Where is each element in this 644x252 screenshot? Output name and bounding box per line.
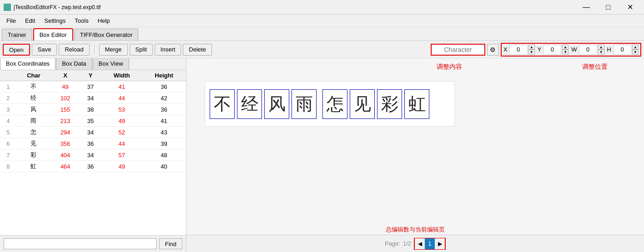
- character-input[interactable]: [431, 44, 485, 56]
- tab-box-editor[interactable]: Box Editor: [33, 28, 73, 41]
- x-spin-up[interactable]: ▲: [528, 45, 535, 50]
- h-input[interactable]: [613, 45, 631, 55]
- insert-button[interactable]: Insert: [155, 44, 181, 56]
- delete-button[interactable]: Delete: [183, 44, 212, 56]
- cell-y: 37: [80, 81, 102, 93]
- menu-file[interactable]: File: [2, 15, 20, 26]
- w-spinner: ▲ ▼: [598, 45, 604, 55]
- table-row[interactable]: 1 不 49 37 41 36: [0, 81, 186, 93]
- cell-width: 41: [101, 81, 142, 93]
- find-bar: Find: [0, 235, 186, 252]
- char-box: 经: [237, 89, 262, 119]
- tab-bar: Trainer Box Editor TIFF/Box Generator: [0, 27, 644, 41]
- table-row[interactable]: 8 虹 464 36 49 40: [0, 161, 186, 172]
- window-title: jTessBoxEditorFX - zwp.test.exp0.tif: [14, 4, 101, 10]
- cell-height: 36: [142, 81, 186, 93]
- page-total: 1/2: [403, 240, 411, 247]
- page-next-button[interactable]: ▶: [435, 238, 445, 249]
- split-button[interactable]: Split: [130, 44, 153, 56]
- menu-settings[interactable]: Settings: [40, 15, 70, 26]
- cell-char: 风: [16, 104, 51, 115]
- table-row[interactable]: 6 见 356 36 44 39: [0, 138, 186, 149]
- cell-y: 34: [80, 127, 102, 138]
- x-input[interactable]: [509, 45, 528, 55]
- tab-tiff-generator[interactable]: TIFF/Box Generator: [74, 29, 139, 41]
- coordinate-group: X ▲ ▼ Y ▲ ▼ W ▲ ▼ H ▲ ▼: [501, 43, 641, 57]
- cell-y: 35: [80, 115, 102, 127]
- image-area: 调整内容 调整位置 不经风雨怎见彩虹: [186, 58, 644, 226]
- page-current: 1: [425, 238, 435, 249]
- cell-x: 49: [51, 81, 79, 93]
- cell-y: 34: [80, 93, 102, 104]
- table-row[interactable]: 7 彩 404 34 57 48: [0, 149, 186, 161]
- h-label: H: [607, 46, 611, 53]
- h-spin-up[interactable]: ▲: [632, 45, 639, 50]
- w-spin-up[interactable]: ▲: [598, 45, 604, 50]
- cell-char: 虹: [16, 161, 51, 172]
- w-input[interactable]: [579, 45, 597, 55]
- cell-char: 不: [16, 81, 51, 93]
- table-row[interactable]: 2 经 102 34 44 42: [0, 93, 186, 104]
- cell-x: 464: [51, 161, 79, 172]
- gear-button[interactable]: ⚙: [487, 44, 499, 56]
- bottom-bar: Page: 1/2 ◀ 1 ▶: [186, 235, 644, 252]
- table-row[interactable]: 4 雨 213 35 49 41: [0, 115, 186, 127]
- cell-height: 42: [142, 93, 186, 104]
- cell-width: 53: [101, 104, 142, 115]
- close-button[interactable]: ✕: [619, 0, 640, 15]
- page-hint: 总编辑数与当前编辑页: [186, 226, 644, 234]
- table-row[interactable]: 5 怎 294 34 52 43: [0, 127, 186, 138]
- char-box: 不: [210, 89, 235, 119]
- cell-x: 155: [51, 104, 79, 115]
- cell-num: 4: [0, 115, 16, 127]
- sub-tab-bar: Box Coordinates Box Data Box View: [0, 58, 186, 70]
- title-bar: jTessBoxEditorFX - zwp.test.exp0.tif — □…: [0, 0, 644, 15]
- open-button[interactable]: Open: [3, 44, 30, 56]
- col-header-height: Height: [142, 70, 186, 81]
- menu-bar: File Edit Settings Tools Help: [0, 15, 644, 27]
- menu-edit[interactable]: Edit: [20, 15, 40, 26]
- menu-tools[interactable]: Tools: [70, 15, 93, 26]
- title-bar-controls: — □ ✕: [576, 0, 640, 15]
- title-bar-left: jTessBoxEditorFX - zwp.test.exp0.tif: [4, 4, 101, 11]
- h-spin-down[interactable]: ▼: [632, 50, 639, 55]
- maximize-button[interactable]: □: [598, 0, 619, 15]
- page-prev-button[interactable]: ◀: [415, 238, 425, 249]
- cell-x: 294: [51, 127, 79, 138]
- char-box: 怎: [322, 89, 347, 119]
- find-input[interactable]: [4, 238, 156, 249]
- table-row[interactable]: 3 风 155 38 53 36: [0, 104, 186, 115]
- y-input[interactable]: [543, 45, 561, 55]
- left-panel: Box Coordinates Box Data Box View Char X…: [0, 58, 186, 252]
- char-box: 彩: [377, 89, 402, 119]
- page-label: Page:: [385, 240, 400, 247]
- cell-y: 36: [80, 138, 102, 149]
- adjust-content-label: 调整内容: [437, 63, 462, 71]
- y-spin-down[interactable]: ▼: [562, 50, 569, 55]
- minimize-button[interactable]: —: [576, 0, 597, 15]
- cell-num: 5: [0, 127, 16, 138]
- merge-button[interactable]: Merge: [99, 44, 128, 56]
- x-spin-down[interactable]: ▼: [528, 50, 535, 55]
- find-button[interactable]: Find: [159, 238, 182, 249]
- char-box: 虹: [404, 89, 429, 119]
- cell-width: 44: [101, 138, 142, 149]
- col-header-x: X: [51, 70, 79, 81]
- cell-char: 经: [16, 93, 51, 104]
- sub-tab-box-coordinates[interactable]: Box Coordinates: [0, 58, 55, 70]
- col-header-char: Char: [16, 70, 51, 81]
- menu-help[interactable]: Help: [93, 15, 115, 26]
- tab-trainer[interactable]: Trainer: [2, 29, 32, 41]
- cell-height: 40: [142, 161, 186, 172]
- y-spin-up[interactable]: ▲: [562, 45, 569, 50]
- cell-num: 8: [0, 161, 16, 172]
- cell-x: 102: [51, 93, 79, 104]
- app-icon: [4, 4, 11, 11]
- save-button[interactable]: Save: [32, 44, 57, 56]
- sub-tab-box-data[interactable]: Box Data: [56, 58, 92, 70]
- cell-height: 48: [142, 149, 186, 161]
- w-spin-down[interactable]: ▼: [598, 50, 604, 55]
- sub-tab-box-view[interactable]: Box View: [93, 58, 129, 70]
- reload-button[interactable]: Reload: [59, 44, 89, 56]
- data-table: Char X Y Width Height 1 不 49 37 41 36 2 …: [0, 70, 186, 235]
